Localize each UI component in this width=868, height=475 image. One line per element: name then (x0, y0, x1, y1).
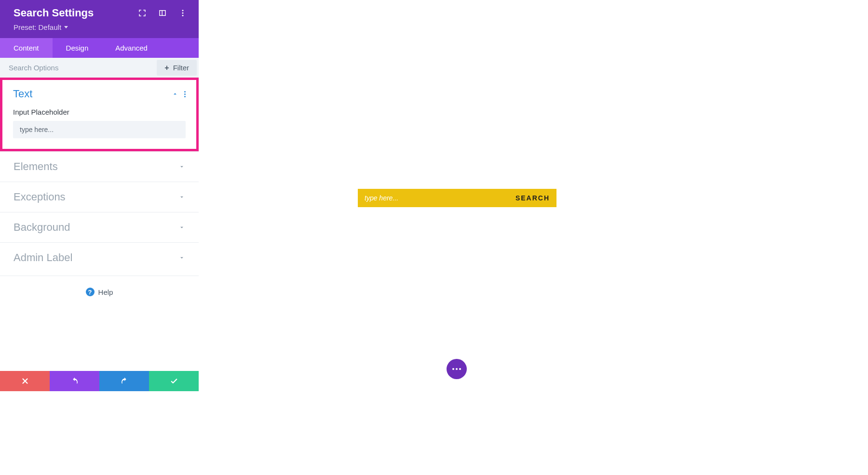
tab-advanced[interactable]: Advanced (102, 38, 161, 58)
input-placeholder-field[interactable] (13, 121, 186, 138)
check-icon (170, 377, 178, 385)
preview-search-button[interactable]: SEARCH (515, 194, 550, 202)
dot-icon (456, 368, 458, 370)
tab-content[interactable]: Content (0, 38, 53, 58)
chevron-up-icon[interactable] (172, 91, 178, 97)
section-admin-label-header[interactable]: Admin Label (0, 243, 199, 273)
options-search-input[interactable] (0, 58, 155, 78)
section-background-title: Background (14, 221, 70, 234)
section-text-controls (172, 91, 186, 97)
section-text-header[interactable]: Text (2, 80, 196, 108)
section-exceptions: Exceptions (0, 182, 199, 212)
header-actions (138, 9, 187, 17)
section-background: Background (0, 212, 199, 242)
help-row[interactable]: ? Help (0, 276, 199, 308)
chevron-down-icon (178, 163, 185, 170)
settings-panel: Search Settings Preset: Default Content … (0, 0, 199, 391)
dot-icon (452, 368, 454, 370)
input-placeholder-label: Input Placeholder (13, 108, 186, 116)
preset-dropdown[interactable]: Preset: Default (14, 23, 187, 31)
undo-icon (70, 377, 79, 385)
preview-search-input[interactable]: type here... (365, 194, 515, 202)
fab-button[interactable] (447, 359, 467, 379)
help-icon: ? (86, 288, 95, 296)
section-elements: Elements (0, 151, 199, 182)
cancel-button[interactable] (0, 371, 50, 391)
redo-icon (120, 377, 129, 385)
filter-label: Filter (173, 64, 189, 72)
section-background-header[interactable]: Background (0, 212, 199, 242)
filter-button[interactable]: + Filter (157, 60, 197, 76)
close-icon (21, 377, 29, 385)
svg-point-0 (182, 10, 184, 11)
preset-label: Preset: (14, 23, 37, 31)
section-text-title: Text (13, 88, 32, 100)
options-search-row: + Filter (0, 58, 199, 78)
section-text-body: Input Placeholder (2, 108, 196, 149)
tabs: Content Design Advanced (0, 38, 199, 58)
section-exceptions-header[interactable]: Exceptions (0, 182, 199, 212)
help-label: Help (98, 288, 113, 296)
panel-title: Search Settings (14, 7, 94, 19)
section-elements-header[interactable]: Elements (0, 152, 199, 182)
redo-button[interactable] (99, 371, 149, 391)
header-top-row: Search Settings (14, 7, 187, 19)
undo-button[interactable] (50, 371, 99, 391)
section-elements-title: Elements (14, 160, 58, 173)
preview-search-widget: type here... SEARCH (358, 189, 556, 207)
panel-header: Search Settings Preset: Default (0, 0, 199, 38)
sidebar-toggle-icon[interactable] (158, 9, 167, 17)
section-admin-label: Admin Label (0, 242, 199, 273)
more-vertical-icon[interactable] (178, 9, 187, 17)
plus-icon: + (164, 64, 169, 72)
section-exceptions-title: Exceptions (14, 191, 66, 203)
chevron-down-icon (178, 254, 185, 261)
expand-icon[interactable] (138, 9, 147, 17)
chevron-down-icon (178, 194, 185, 200)
tab-design[interactable]: Design (53, 38, 102, 58)
more-vertical-icon[interactable] (184, 91, 186, 97)
dot-icon (459, 368, 461, 370)
svg-point-1 (182, 13, 184, 14)
save-button[interactable] (149, 371, 199, 391)
panel-footer (0, 371, 199, 391)
svg-point-2 (182, 15, 184, 16)
chevron-down-icon (178, 224, 185, 231)
section-admin-label-title: Admin Label (14, 251, 72, 264)
preset-value: Default (39, 23, 62, 31)
section-text-highlighted: Text Input Placeholder (0, 78, 199, 151)
caret-down-icon (64, 26, 68, 28)
